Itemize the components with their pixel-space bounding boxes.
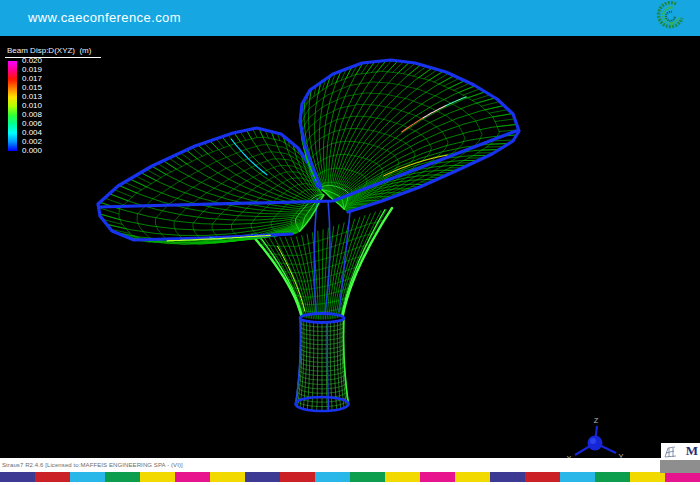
legend-value: 0.013 <box>22 92 42 101</box>
strip-segment <box>210 472 245 482</box>
straus7-app-window: www.caeconference.com Beam Disp:D(XYZ) (… <box>0 0 700 485</box>
strip-segment <box>315 472 350 482</box>
conference-url-text: www.caeconference.com <box>28 10 181 25</box>
triad-sphere-highlight <box>590 438 596 444</box>
legend-title: Beam Disp:D(XYZ) (m) <box>5 46 101 58</box>
strip-segment <box>595 472 630 482</box>
strip-segment <box>245 472 280 482</box>
footer-color-strip <box>0 472 700 482</box>
status-bar: Straus7 R2.4.6 [Licensed to:MAFFEIS ENGI… <box>0 458 700 472</box>
swirl-logo-icon <box>652 1 694 33</box>
strip-segment <box>385 472 420 482</box>
legend-colorbar <box>8 61 17 151</box>
legend-value: 0.015 <box>22 83 42 92</box>
legend-value: 0.008 <box>22 110 42 119</box>
strip-segment <box>140 472 175 482</box>
contour-legend: Beam Disp:D(XYZ) (m) 0.0200.0190.0170.01… <box>5 39 101 155</box>
strip-segment <box>0 472 35 482</box>
legend-value: 0.006 <box>22 119 42 128</box>
legend-value: 0.004 <box>22 128 42 137</box>
strip-segment <box>490 472 525 482</box>
strip-segment <box>280 472 315 482</box>
model-viewport: Beam Disp:D(XYZ) (m) 0.0200.0190.0170.01… <box>0 36 700 458</box>
maffeis-sketch-icon <box>663 444 679 460</box>
strip-segment <box>70 472 105 482</box>
strip-segment <box>420 472 455 482</box>
strip-segment <box>35 472 70 482</box>
license-status-text: Straus7 R2.4.6 [Licensed to:MAFFEIS ENGI… <box>2 462 183 468</box>
legend-values: 0.0200.0190.0170.0150.0130.0100.0080.006… <box>22 56 42 155</box>
maffeis-logo-letter: M <box>686 444 698 458</box>
strip-segment <box>630 472 665 482</box>
legend-value: 0.019 <box>22 65 42 74</box>
legend-value: 0.020 <box>22 56 42 65</box>
strip-segment <box>350 472 385 482</box>
legend-value: 0.002 <box>22 137 42 146</box>
maffeis-logo: M <box>661 443 700 460</box>
strip-segment <box>665 472 700 482</box>
orientation-triad: Z X Y <box>560 414 635 458</box>
legend-value: 0.017 <box>22 74 42 83</box>
legend-value: 0.000 <box>22 146 42 155</box>
z-axis-label: Z <box>594 416 599 425</box>
strip-segment <box>455 472 490 482</box>
strip-segment <box>175 472 210 482</box>
fea-model-canvas[interactable] <box>0 36 700 458</box>
strip-segment <box>105 472 140 482</box>
logo-gray-block <box>660 460 700 473</box>
legend-value: 0.010 <box>22 101 42 110</box>
header-bar: www.caeconference.com <box>0 0 700 36</box>
strip-segment <box>560 472 595 482</box>
strip-segment <box>525 472 560 482</box>
